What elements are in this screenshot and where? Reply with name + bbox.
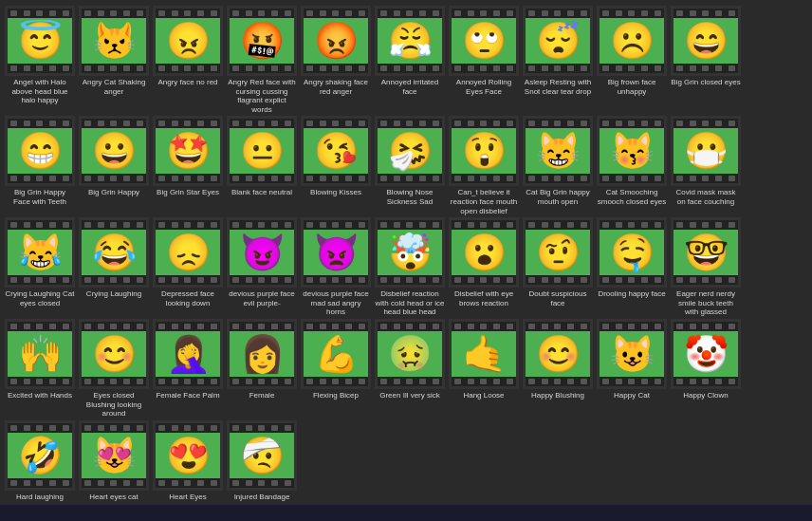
emoji-item[interactable]: 😠 Angry face no red: [152, 6, 224, 114]
emoji-icon: 💪: [314, 333, 359, 375]
emoji-item[interactable]: 🤤 Drooling happy face: [596, 217, 668, 317]
film-strip-top: [230, 119, 294, 128]
banner-text: Trending Animated Emoji - Free Pack: [0, 516, 812, 521]
emoji-label: Cat Big Grin happy mouth open: [523, 188, 593, 206]
emoji-icon: 🤬: [240, 20, 285, 62]
film-hole: [49, 277, 56, 283]
emoji-item[interactable]: 😸 Cat Big Grin happy mouth open: [522, 116, 594, 215]
emoji-item[interactable]: 🙄 Annoyed Rolling Eyes Face: [448, 6, 520, 114]
film-hole: [493, 10, 500, 16]
film-hole: [184, 176, 191, 181]
film-hole: [493, 222, 500, 228]
film-hole: [271, 379, 278, 384]
emoji-thumbnail: 😄: [671, 6, 741, 76]
emoji-item[interactable]: 😲 Can_t believe it reaction face mouth o…: [448, 116, 520, 215]
emoji-icon: 😞: [166, 232, 211, 273]
emoji-item[interactable]: 😊 Happy Blushing: [522, 319, 594, 419]
emoji-item[interactable]: 😄 Big Grin closed eyes: [670, 6, 742, 114]
emoji-thumbnail: 🤧: [375, 116, 445, 186]
emoji-item[interactable]: 😤 Annoyed irritated face: [374, 6, 446, 114]
film-hole: [554, 65, 561, 71]
emoji-icon: 🤧: [388, 130, 433, 172]
emoji-item[interactable]: 😈 devious purple face evil purple-: [226, 217, 298, 317]
film-hole: [258, 222, 265, 228]
film-hole: [285, 277, 291, 283]
film-hole: [184, 121, 191, 126]
film-hole: [567, 121, 574, 126]
emoji-item[interactable]: 🤕 Injured Bandage: [226, 420, 298, 502]
emoji-item[interactable]: ☹️ Big frown face unhappy: [596, 6, 668, 114]
film-hole: [98, 121, 104, 126]
emoji-item[interactable]: 😞 Depressed face looking down: [152, 217, 224, 317]
film-hole: [332, 222, 339, 228]
emoji-icon: 😡: [314, 20, 359, 62]
film-hole: [715, 10, 722, 16]
film-hole: [380, 65, 387, 71]
film-hole: [480, 176, 487, 181]
film-hole: [211, 222, 217, 228]
emoji-icon: 😁: [18, 130, 63, 172]
film-strip-bottom: [674, 377, 738, 386]
emoji-item[interactable]: 🤙 Hang Loose: [448, 319, 520, 419]
film-strip-top: [526, 119, 590, 128]
emoji-item[interactable]: 🤧 Blowing Nose Sickness Sad: [374, 116, 446, 215]
emoji-item[interactable]: 😽 Cat Smooching smooch closed eyes: [596, 116, 668, 215]
emoji-label: Angel with Halo above head blue halo hap…: [5, 78, 75, 105]
film-hole: [676, 10, 683, 16]
film-hole: [285, 176, 291, 181]
emoji-item[interactable]: 🤓 Eager nerd nerdy smile buck teeth with…: [670, 217, 742, 317]
film-hole: [616, 65, 622, 71]
emoji-item[interactable]: 🤦‍♀️ Female Face Palm: [152, 319, 224, 419]
emoji-item[interactable]: 😍 Heart Eyes: [152, 420, 224, 502]
emoji-item[interactable]: 😁 Big Grin Happy Face with Teeth: [4, 116, 76, 215]
emoji-item[interactable]: 😻 Heart eyes cat: [78, 420, 150, 502]
emoji-item[interactable]: 😇 Angel with Halo above head blue halo h…: [4, 6, 76, 114]
film-hole: [24, 324, 30, 329]
film-hole: [320, 324, 326, 329]
film-hole: [567, 10, 574, 16]
film-hole: [246, 222, 252, 228]
emoji-item[interactable]: 🤢 Green Ill very sick: [374, 319, 446, 419]
emoji-thumbnail: 🤦‍♀️: [153, 319, 223, 389]
emoji-item[interactable]: 🙌 Excited with Hands: [4, 319, 76, 419]
film-hole: [528, 379, 535, 384]
emoji-item[interactable]: 💪 Flexing Bicep: [300, 319, 372, 419]
emoji-item[interactable]: 😮 Disbelief with eye brows reaction: [448, 217, 520, 317]
film-strip-bottom: [82, 174, 146, 183]
emoji-item[interactable]: 😊 Eyes closed Blushing looking around: [78, 319, 150, 419]
emoji-item[interactable]: 👿 devious purple face mad sad angry horn…: [300, 217, 372, 317]
film-hole: [676, 222, 683, 228]
emoji-item[interactable]: 😂 Crying Laughing: [78, 217, 150, 317]
emoji-item[interactable]: 😴 Asleep Resting with Snot clear tear dr…: [522, 6, 594, 114]
emoji-item[interactable]: 🤬 Angry Red face with cursing cussing fl…: [226, 6, 298, 114]
film-strip-bottom: [674, 64, 738, 73]
emoji-thumbnail: 🤙: [449, 319, 519, 389]
film-hole: [419, 379, 426, 384]
film-hole: [84, 176, 91, 181]
emoji-icon: 🤯: [388, 232, 433, 273]
emoji-thumbnail: 🤤: [597, 217, 667, 288]
film-hole: [211, 121, 217, 126]
emoji-item[interactable]: 👩 Female: [226, 319, 298, 419]
emoji-item[interactable]: 🤩 Big Grin Star Eyes: [152, 116, 224, 215]
film-strip-top: [156, 322, 220, 331]
film-hole: [542, 10, 548, 16]
emoji-item[interactable]: 😺 Happy Cat: [596, 319, 668, 419]
film-hole: [98, 480, 104, 486]
film-hole: [702, 222, 709, 228]
film-hole: [433, 277, 439, 283]
emoji-item[interactable]: 🤡 Happy Clown: [670, 319, 742, 419]
emoji-item[interactable]: 😀 Big Grin Happy: [78, 116, 150, 215]
emoji-item[interactable]: 🤯 Disbelief reaction with cold head or i…: [374, 217, 446, 317]
emoji-item[interactable]: 🤣 Hard laughing: [4, 420, 76, 502]
emoji-item[interactable]: 😹 Crying Laughing Cat eyes closed: [4, 217, 76, 317]
emoji-item[interactable]: 🤨 Doubt suspicious face: [522, 217, 594, 317]
emoji-thumbnail: 🤬: [227, 6, 297, 76]
emoji-item[interactable]: 😾 Angry Cat Shaking anger: [78, 6, 150, 114]
film-hole: [137, 324, 143, 329]
emoji-item[interactable]: 😐 Blank face neutral: [226, 116, 298, 215]
emoji-item[interactable]: 😡 Angry shaking face red anger: [300, 6, 372, 114]
emoji-item[interactable]: 😘 Blowing Kisses: [300, 116, 372, 215]
emoji-item[interactable]: 😷 Covid mask mask on face couching: [670, 116, 742, 215]
film-strip-top: [156, 119, 220, 128]
